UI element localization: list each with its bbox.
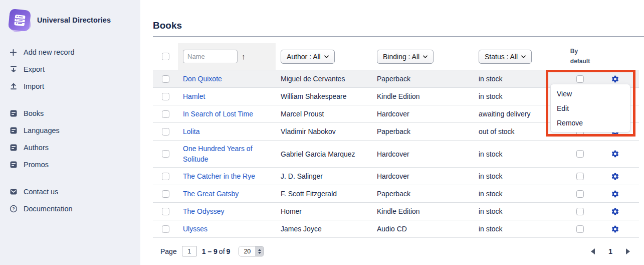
by-default-checkbox[interactable] [576,190,584,198]
binding-filter-cell: Binding : All [372,50,474,64]
status-filter-dropdown[interactable]: Status : All [479,50,532,64]
status-cell: out of stock [474,127,554,136]
sidebar-item-label: Add new record [24,48,75,56]
book-link[interactable]: Hamlet [183,91,205,101]
page-title: Books [153,20,644,31]
row-select-checkbox[interactable] [162,208,169,215]
sort-ascending-icon[interactable]: ↑ [242,52,246,61]
row-select-checkbox[interactable] [162,128,169,136]
book-link[interactable]: Don Quixote [183,74,222,84]
settings-gear-icon[interactable] [611,75,619,83]
binding-cell: Paperback [372,190,474,198]
chevron-down-icon [521,55,526,58]
sidebar-item-documentation[interactable]: ? Documentation [0,200,140,217]
sidebar-item-label: Languages [24,126,60,135]
svg-text:?: ? [12,206,15,211]
result-range: 1 – 9of9 [202,247,232,255]
list-icon [9,144,18,152]
name-filter-cell: ↑ [178,43,276,70]
book-link[interactable]: The Great Gatsby [183,189,239,199]
app-title: Universal Directories [37,16,111,24]
table-header-row: ↑ Author : All Binding : All Status : Al… [153,43,639,70]
status-cell: in stock [474,92,554,100]
book-link[interactable]: The Catcher in the Rye [183,171,255,181]
settings-gear-icon[interactable] [611,225,619,233]
status-cell: in stock [474,190,554,198]
sidebar-item-label: Authors [24,144,49,152]
list-icon [9,109,18,118]
stepper-arrows-icon[interactable] [255,246,264,256]
settings-gear-icon[interactable] [611,150,619,158]
by-default-checkbox[interactable] [576,225,584,233]
list-icon [9,126,18,135]
sidebar-item-authors[interactable]: Authors [0,139,140,156]
chevron-down-icon [423,55,427,58]
sidebar-item-contact-us[interactable]: Contact us [0,183,140,200]
name-filter-input[interactable] [183,50,238,63]
select-all-cell [153,53,178,60]
settings-gear-icon[interactable] [611,172,619,181]
chevron-down-icon [324,55,329,58]
table-row: The Catcher in the Rye J. D. Salinger Ha… [153,168,639,185]
row-select-checkbox[interactable] [162,225,169,233]
by-default-header-cell: By default [554,47,606,67]
author-cell: Marcel Proust [276,110,372,118]
author-cell: F. Scott Fitzgerald [276,190,372,198]
page-size-stepper[interactable]: 20 [239,246,264,256]
current-page: 1 [608,247,612,255]
binding-cell: Paperback [372,75,474,83]
author-cell: Gabriel Garcia Marquez [276,150,372,158]
status-cell: in stock [474,172,554,180]
row-select-checkbox[interactable] [162,75,169,83]
by-default-checkbox[interactable] [576,173,584,180]
book-link[interactable]: Ulysses [183,224,207,234]
row-select-checkbox[interactable] [162,190,169,198]
author-filter-cell: Author : All [276,50,372,64]
book-link[interactable]: One Hundred Years of Solitude [183,144,271,164]
sidebar-item-import[interactable]: Import [0,78,140,95]
book-link[interactable]: The Odyssey [183,206,224,216]
by-default-header-label: By default [570,47,590,67]
title-divider [153,36,644,37]
context-menu-edit[interactable]: Edit [551,101,630,115]
plus-icon [9,48,18,57]
book-link[interactable]: In Search of Lost Time [183,109,253,119]
sidebar-item-label: Books [24,109,44,117]
by-default-checkbox[interactable] [576,208,584,215]
pagination: 1 [591,247,639,255]
context-menu-remove[interactable]: Remove [551,115,630,130]
next-page-icon[interactable] [626,248,630,254]
sidebar-item-export[interactable]: Export [0,61,140,78]
previous-page-icon[interactable] [591,248,595,254]
sidebar-item-books[interactable]: Books [0,105,140,122]
row-select-checkbox[interactable] [162,93,169,100]
row-select-checkbox[interactable] [162,110,169,118]
author-cell: William Shakespeare [276,92,372,100]
settings-gear-icon[interactable] [611,190,619,198]
binding-cell: Kindle Edition [372,207,474,215]
author-filter-dropdown[interactable]: Author : All [281,50,335,64]
settings-gear-icon[interactable] [611,207,619,216]
row-select-checkbox[interactable] [162,173,169,180]
mail-icon [9,188,18,196]
sidebar: Universal Directories Add new record Exp… [0,0,140,265]
binding-filter-dropdown[interactable]: Binding : All [377,50,434,64]
app-logo-icon [6,7,32,33]
row-select-checkbox[interactable] [162,150,169,158]
binding-cell: Hardcover [372,110,474,118]
binding-cell: Kindle Edition [372,92,474,100]
sidebar-item-languages[interactable]: Languages [0,122,140,139]
author-cell: Homer [276,207,372,215]
by-default-checkbox[interactable] [576,150,584,158]
author-cell: Miguel de Cervantes [276,75,372,83]
page-label: Page [160,247,177,255]
context-menu-view[interactable]: View [551,86,630,101]
book-link[interactable]: Lolita [183,126,199,137]
by-default-checkbox[interactable] [576,75,584,83]
page-number-input[interactable] [182,246,197,256]
sidebar-item-promos[interactable]: Promos [0,156,140,173]
app-brand: Universal Directories [0,0,140,40]
sidebar-item-add-new-record[interactable]: Add new record [0,44,140,61]
select-all-checkbox[interactable] [162,53,169,60]
sidebar-nav: Add new record Export Import Books [0,40,140,217]
